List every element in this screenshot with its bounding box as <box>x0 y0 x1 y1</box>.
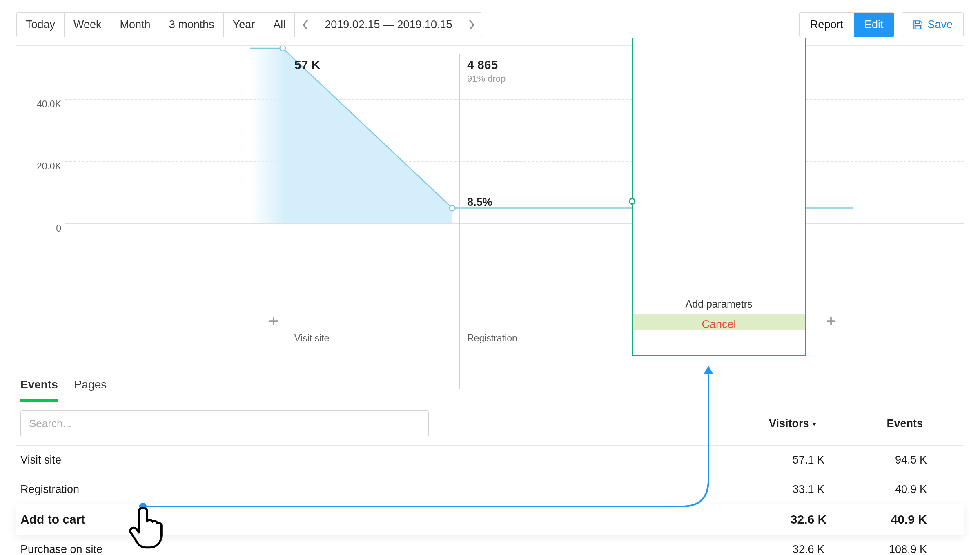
save-icon <box>913 20 923 30</box>
funnel-chart: 40.0K 20.0K 0 <box>16 46 964 368</box>
row-visitors: 32.6 K <box>755 543 862 555</box>
search-input[interactable] <box>20 410 429 437</box>
dropzone-node-icon <box>629 198 635 205</box>
table-row[interactable]: Registration 33.1 K 40.9 K <box>16 475 964 504</box>
funnel-stage-visit-site: 57 K Visit site <box>287 54 459 389</box>
add-stage-before-button[interactable] <box>267 315 280 327</box>
row-events: 94.5 K <box>862 454 960 466</box>
table-row[interactable]: Add to cart 32.6 K 40.9 K <box>16 504 964 535</box>
events-table: Visit site 57.1 K 94.5 K Registration 33… <box>16 446 964 555</box>
tab-events[interactable]: Events <box>20 378 58 402</box>
date-range[interactable]: 2019.02.15 — 2019.10.15 <box>316 13 461 37</box>
stage-label: Visit site <box>294 333 329 344</box>
row-name: Registration <box>20 483 755 496</box>
funnel-stage-registration: 4 865 91% drop 8.5% Registration <box>459 54 632 389</box>
chevron-right-icon <box>468 20 475 30</box>
row-visitors: 33.1 K <box>755 483 862 496</box>
add-stage-after-button[interactable] <box>825 315 837 327</box>
edit-button[interactable]: Edit <box>854 13 894 37</box>
stage-value: 57 K <box>294 58 452 72</box>
row-name: Visit site <box>20 454 755 466</box>
y-tick-20k: 20.0K <box>37 161 61 172</box>
y-tick-0: 0 <box>56 223 61 234</box>
time-year[interactable]: Year <box>224 13 265 37</box>
row-visitors: 57.1 K <box>755 454 862 466</box>
dropzone-cancel-button[interactable]: Cancel <box>633 318 805 331</box>
time-month[interactable]: Month <box>111 13 160 37</box>
column-visitors[interactable]: Visitors <box>769 417 817 430</box>
column-events[interactable]: Events <box>886 417 923 430</box>
row-events: 40.9 K <box>862 483 960 496</box>
time-week[interactable]: Week <box>65 13 111 37</box>
report-button[interactable]: Report <box>800 13 854 37</box>
drag-origin-dot-icon <box>139 503 147 510</box>
save-button[interactable]: Save <box>902 12 964 37</box>
row-visitors: 32.6 K <box>755 513 862 526</box>
time-3months[interactable]: 3 months <box>160 13 224 37</box>
stage-percent: 8.5% <box>467 196 492 209</box>
table-row[interactable]: Purchase on site 32.6 K 108.9 K <box>16 535 964 555</box>
stage-drop: 91% drop <box>467 74 625 84</box>
svg-rect-0 <box>250 48 283 223</box>
time-all[interactable]: All <box>264 13 295 37</box>
save-label: Save <box>927 18 953 31</box>
time-today[interactable]: Today <box>17 13 65 37</box>
row-events: 108.9 K <box>862 543 960 555</box>
row-name: Add to cart <box>20 513 755 526</box>
stage-label: Registration <box>467 333 517 344</box>
svg-point-2 <box>280 46 285 51</box>
row-events: 40.9 K <box>862 513 960 526</box>
row-name: Purchase on site <box>20 543 755 555</box>
dropzone-label: Add parametrs <box>633 298 805 310</box>
y-tick-40k: 40.0K <box>37 99 61 110</box>
tab-pages[interactable]: Pages <box>74 378 107 402</box>
sort-desc-icon <box>811 421 817 427</box>
funnel-stage-dropzone[interactable]: Add parametrs Cancel <box>632 38 806 356</box>
date-next-button[interactable] <box>461 13 482 37</box>
date-prev-button[interactable] <box>295 13 316 37</box>
table-row[interactable]: Visit site 57.1 K 94.5 K <box>16 446 964 475</box>
chevron-left-icon <box>302 20 309 30</box>
stage-value: 4 865 <box>467 58 625 72</box>
time-range-group: Today Week Month 3 months Year All 2019.… <box>16 12 482 37</box>
